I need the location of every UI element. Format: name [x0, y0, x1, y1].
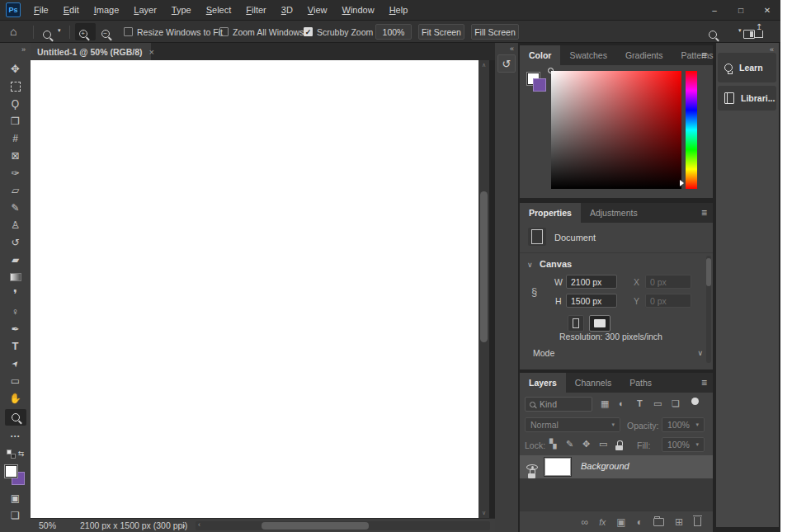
- mode-chevron-icon[interactable]: ∨: [697, 349, 703, 357]
- tab-adjustments[interactable]: Adjustments: [581, 203, 647, 223]
- hue-slider[interactable]: [686, 71, 697, 189]
- default-colors-control[interactable]: ⇆: [5, 447, 26, 460]
- zoom-in-button[interactable]: +: [75, 23, 96, 40]
- workspace-chevron-icon[interactable]: ▾: [738, 27, 742, 34]
- adjustment-layer-icon[interactable]: ◐: [637, 516, 643, 528]
- tab-color[interactable]: Color: [520, 45, 560, 65]
- rectangular-marquee-tool[interactable]: [5, 80, 26, 93]
- scroll-left-icon[interactable]: ‹: [198, 520, 200, 529]
- menu-layer[interactable]: Layer: [126, 0, 164, 20]
- filter-shape-icon[interactable]: ▭: [653, 398, 662, 409]
- zoom-100-button[interactable]: 100%: [375, 24, 412, 40]
- menu-view[interactable]: View: [300, 0, 335, 20]
- move-tool[interactable]: ✥: [5, 63, 26, 76]
- spot-healing-brush-tool[interactable]: ▱: [5, 184, 26, 197]
- hue-slider-marker[interactable]: [680, 180, 684, 186]
- hand-tool[interactable]: ✋: [5, 392, 26, 405]
- horizontal-scroll-thumb[interactable]: [262, 522, 369, 530]
- link-layers-icon[interactable]: ∞: [582, 516, 589, 528]
- layer-filter-kind-dropdown[interactable]: Kind: [525, 397, 592, 412]
- filter-toggle[interactable]: [691, 398, 699, 405]
- canvas[interactable]: [31, 60, 478, 518]
- home-icon[interactable]: ⌂: [10, 25, 16, 38]
- menu-image[interactable]: Image: [87, 0, 127, 20]
- add-layer-mask-icon[interactable]: ▣: [616, 516, 625, 528]
- path-selection-tool[interactable]: ➤: [3, 351, 27, 376]
- fill-screen-button[interactable]: Fill Screen: [471, 24, 519, 40]
- close-button[interactable]: ✕: [754, 0, 780, 20]
- layer-name[interactable]: Background: [581, 461, 629, 471]
- scroll-up-icon[interactable]: ∧: [478, 62, 489, 68]
- layer-lock-icon[interactable]: [528, 468, 535, 478]
- lock-move-icon[interactable]: ✥: [582, 439, 590, 450]
- menu-filter[interactable]: Filter: [238, 0, 273, 20]
- zoom-all-windows-checkbox[interactable]: [219, 27, 229, 36]
- fill-value[interactable]: 100%▾: [662, 437, 705, 452]
- vertical-scroll-thumb[interactable]: [480, 191, 488, 342]
- tab-gradients[interactable]: Gradients: [616, 45, 672, 65]
- more-tools[interactable]: ···: [5, 430, 26, 443]
- scrubby-zoom-checkbox[interactable]: ✓: [304, 27, 313, 36]
- lock-transparent-icon[interactable]: ▚: [549, 439, 556, 450]
- tab-patterns[interactable]: Patterns: [672, 45, 722, 65]
- filter-type-icon[interactable]: T: [637, 398, 643, 408]
- frame-tool[interactable]: ⊠: [5, 149, 26, 162]
- tab-properties[interactable]: Properties: [520, 203, 581, 223]
- learn-panel-button[interactable]: Learn: [718, 53, 776, 82]
- eraser-tool[interactable]: ▰: [5, 253, 26, 266]
- orientation-portrait-button[interactable]: [568, 315, 584, 332]
- layer-style-fx-icon[interactable]: fx: [599, 517, 606, 527]
- eyedropper-tool[interactable]: ✑: [5, 167, 26, 180]
- tab-channels[interactable]: Channels: [566, 373, 620, 393]
- canvas-section-chevron-icon[interactable]: ∨: [527, 261, 533, 269]
- object-selection-tool[interactable]: ❐: [5, 115, 26, 128]
- dock-collapse-icon[interactable]: «: [510, 45, 514, 53]
- panel-menu-icon[interactable]: ≡: [701, 49, 707, 61]
- screen-mode-button[interactable]: ❏: [5, 509, 26, 522]
- panel-menu-icon[interactable]: ≡: [701, 207, 707, 219]
- zoom-tool-selected[interactable]: [5, 409, 26, 426]
- maximize-button[interactable]: □: [728, 0, 754, 20]
- new-layer-icon[interactable]: ⊞: [675, 516, 683, 528]
- height-input[interactable]: [566, 294, 617, 308]
- workspace-icon[interactable]: [743, 30, 755, 39]
- fit-screen-button[interactable]: Fit Screen: [418, 24, 464, 40]
- clone-stamp-tool[interactable]: ♙: [5, 219, 26, 232]
- zoom-level-field[interactable]: 50%: [39, 520, 56, 530]
- tab-layers[interactable]: Layers: [520, 373, 566, 393]
- color-picker-marker[interactable]: [548, 68, 554, 73]
- blur-tool[interactable]: ❜: [5, 288, 26, 301]
- rectangle-tool[interactable]: ▭: [5, 374, 26, 388]
- zoom-tool-icon[interactable]: [43, 31, 51, 39]
- new-group-icon[interactable]: [653, 518, 664, 526]
- search-icon[interactable]: [709, 31, 717, 39]
- menu-file[interactable]: File: [26, 0, 56, 20]
- toolbar-expand-icon[interactable]: »: [21, 45, 26, 54]
- layer-thumbnail[interactable]: [544, 458, 571, 476]
- crop-tool[interactable]: #: [5, 132, 26, 145]
- minimize-button[interactable]: –: [701, 0, 728, 20]
- vertical-scrollbar[interactable]: ∧ ∨: [478, 60, 489, 518]
- properties-scrollbar[interactable]: [706, 256, 711, 363]
- filter-smart-object-icon[interactable]: ❏: [672, 398, 680, 409]
- delete-layer-icon[interactable]: [694, 517, 701, 526]
- orientation-landscape-button[interactable]: [589, 315, 610, 332]
- constrain-link-icon[interactable]: §: [531, 285, 537, 298]
- chevron-down-icon[interactable]: ▾: [58, 27, 61, 34]
- background-layer-row[interactable]: Background: [520, 455, 713, 478]
- libraries-panel-button[interactable]: Librari...: [718, 86, 776, 111]
- history-panel-icon[interactable]: ↺: [497, 54, 516, 73]
- gradient-tool[interactable]: [5, 271, 26, 284]
- menu-select[interactable]: Select: [199, 0, 239, 20]
- filter-adjustment-icon[interactable]: ◐: [619, 398, 625, 408]
- menu-3d[interactable]: 3D: [274, 0, 300, 20]
- horizontal-scrollbar[interactable]: ‹: [196, 521, 490, 530]
- document-tab[interactable]: Untitled-1 @ 50% (RGB/8) ×: [31, 43, 151, 60]
- lock-all-icon[interactable]: [615, 440, 623, 450]
- tab-swatches[interactable]: Swatches: [560, 45, 616, 65]
- quick-mask-button[interactable]: ▣: [5, 492, 26, 505]
- menu-type[interactable]: Type: [164, 0, 199, 20]
- lock-paint-icon[interactable]: ✎: [566, 439, 573, 450]
- status-chevron-icon[interactable]: ›: [182, 520, 186, 530]
- width-input[interactable]: [566, 275, 617, 289]
